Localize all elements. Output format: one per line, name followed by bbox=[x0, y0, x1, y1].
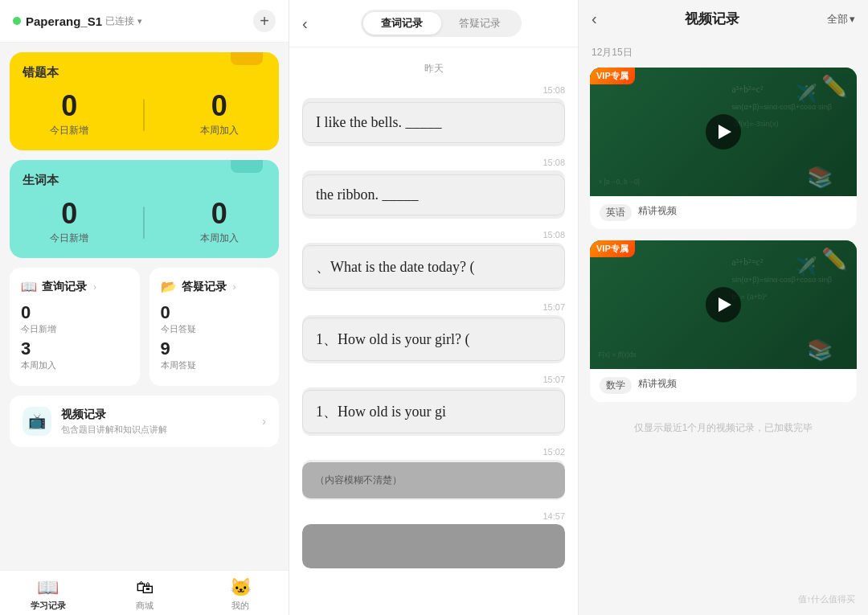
filter-label: 全部 bbox=[827, 12, 848, 27]
chat-item-3: 15:08 、What is the date today? ( bbox=[289, 230, 578, 291]
answer-record-card[interactable]: 📂 答疑记录 › 0 今日答疑 9 本周答疑 bbox=[149, 268, 280, 386]
device-dropdown-icon[interactable]: ▾ bbox=[137, 16, 142, 27]
query-record-card[interactable]: 📖 查询记录 › 0 今日新增 3 本周加入 bbox=[10, 268, 140, 386]
answer-week-count: 9 bbox=[161, 338, 268, 359]
left-header: Paperang_S1 已连接 ▾ + bbox=[0, 0, 289, 43]
chat-image-content-4: 1、How old is your girl? ( bbox=[302, 318, 565, 361]
chat-image-2[interactable]: the ribbon. _____ bbox=[302, 170, 565, 219]
video-date-label: 12月15日 bbox=[592, 46, 857, 59]
vip-badge-1: VIP专属 bbox=[590, 68, 635, 84]
mistake-today-count: 0 bbox=[61, 92, 77, 121]
pencil-icon-1: ✏️ bbox=[821, 74, 847, 99]
app-layout: Paperang_S1 已连接 ▾ + 错题本 0 今日新增 0 本周加入 bbox=[0, 0, 868, 615]
video-thumbnail-1: a²+b²=c² sin(α+β)=sinα·cosβ+cosα·sinβ -3… bbox=[590, 68, 857, 196]
filter-chevron-icon: ▾ bbox=[850, 13, 855, 25]
video-subject-2: 数学 bbox=[600, 377, 632, 394]
vocab-week-label: 本周加入 bbox=[200, 232, 239, 245]
query-record-title: 查询记录 bbox=[42, 280, 87, 294]
query-record-header: 📖 查询记录 › bbox=[21, 279, 129, 294]
pencil-icon-2: ✏️ bbox=[821, 247, 847, 272]
records-row: 📖 查询记录 › 0 今日新增 3 本周加入 bbox=[10, 268, 279, 386]
mistake-today-label: 今日新增 bbox=[50, 124, 88, 137]
mistake-book-card: 错题本 0 今日新增 0 本周加入 bbox=[10, 52, 279, 150]
chat-item-2: 15:08 the ribbon. _____ bbox=[289, 158, 578, 219]
video-type-1: 精讲视频 bbox=[638, 204, 677, 221]
middle-header: ‹ 查词记录 答疑记录 bbox=[289, 0, 578, 47]
device-name: Paperang_S1 bbox=[26, 14, 102, 28]
right-panel: ‹ 视频记录 全部 ▾ 12月15日 a²+b²=c² sin(α+β)=sin… bbox=[579, 0, 868, 615]
middle-back-button[interactable]: ‹ bbox=[302, 14, 308, 33]
video-record-title: 视频记录 bbox=[61, 408, 262, 422]
video-record-chevron: › bbox=[262, 415, 266, 428]
chat-item-4: 15:07 1、How old is your girl? ( bbox=[289, 302, 578, 363]
svg-text:a²+b²=c²: a²+b²=c² bbox=[731, 257, 764, 267]
chat-image-6[interactable]: （内容模糊不清楚） bbox=[302, 460, 565, 500]
vocab-week-count: 0 bbox=[211, 199, 227, 228]
chat-image-content-2: the ribbon. _____ bbox=[302, 174, 565, 215]
video-card-info-2: 数学 精讲视频 bbox=[590, 369, 857, 402]
query-record-chevron: › bbox=[93, 281, 96, 293]
chat-image-4[interactable]: 1、How old is your girl? ( bbox=[302, 315, 565, 363]
chat-time-3: 15:08 bbox=[302, 230, 565, 240]
tab-query-records[interactable]: 查词记录 bbox=[363, 12, 441, 35]
chat-image-content-3: 、What is the date today? ( bbox=[302, 245, 565, 289]
tab-answer-records[interactable]: 答疑记录 bbox=[441, 12, 519, 35]
chat-image-content-1: I like the bells. _____ bbox=[302, 102, 565, 143]
play-button-1[interactable] bbox=[706, 114, 741, 150]
video-type-2: 精讲视频 bbox=[638, 377, 677, 394]
answer-week-label: 本周答疑 bbox=[161, 359, 268, 371]
nav-item-study[interactable]: 📖 学习记录 bbox=[0, 577, 96, 612]
mistake-today-stat: 0 今日新增 bbox=[50, 92, 88, 137]
study-nav-label: 学习记录 bbox=[31, 600, 66, 612]
chat-item-1: 15:08 I like the bells. _____ bbox=[289, 85, 578, 146]
chat-image-5[interactable]: 1、How old is your gi bbox=[302, 387, 565, 436]
vocab-today-count: 0 bbox=[61, 199, 77, 228]
video-card-2[interactable]: a²+b²=c² sin(α+β)=sinα·cosβ+cosα·sinβ b²… bbox=[590, 240, 857, 402]
svg-text:a²+b²=c²: a²+b²=c² bbox=[731, 84, 764, 94]
chat-image-content-5: 1、How old is your gi bbox=[302, 390, 565, 433]
left-content: 错题本 0 今日新增 0 本周加入 生词本 bbox=[0, 43, 289, 570]
video-thumbnail-2: a²+b²=c² sin(α+β)=sinα·cosβ+cosα·sinβ b²… bbox=[590, 240, 857, 369]
add-button[interactable]: + bbox=[253, 10, 276, 32]
vocab-book-stats: 0 今日新增 0 本周加入 bbox=[23, 199, 266, 245]
vocab-today-label: 今日新增 bbox=[50, 232, 88, 245]
play-triangle-1 bbox=[719, 125, 731, 139]
query-week-label: 本周加入 bbox=[21, 359, 129, 371]
play-triangle-2 bbox=[719, 297, 731, 312]
nav-item-shop[interactable]: 🛍 商城 bbox=[96, 577, 193, 612]
answer-week-stat: 9 本周答疑 bbox=[161, 338, 268, 371]
tab-group: 查词记录 答疑记录 bbox=[361, 10, 522, 37]
shop-nav-label: 商城 bbox=[136, 600, 154, 612]
right-header: ‹ 视频记录 全部 ▾ bbox=[579, 0, 868, 38]
connection-dot bbox=[13, 17, 21, 25]
chat-time-7: 14:57 bbox=[302, 511, 565, 521]
video-record-card[interactable]: 📺 视频记录 包含题目讲解和知识点讲解 › bbox=[10, 396, 279, 447]
chat-time-6: 15:02 bbox=[302, 447, 565, 457]
date-label: 昨天 bbox=[289, 62, 578, 76]
bottom-nav: 📖 学习记录 🛍 商城 🐱 我的 bbox=[0, 570, 289, 615]
chat-image-content-7 bbox=[302, 524, 565, 568]
vip-badge-2: VIP专属 bbox=[590, 240, 635, 257]
answer-record-icon: 📂 bbox=[161, 279, 177, 294]
query-week-stat: 3 本周加入 bbox=[21, 338, 129, 371]
right-filter-button[interactable]: 全部 ▾ bbox=[827, 12, 855, 27]
nav-item-mine[interactable]: 🐱 我的 bbox=[192, 577, 289, 612]
chat-image-7[interactable] bbox=[302, 524, 565, 568]
video-card-1[interactable]: a²+b²=c² sin(α+β)=sinα·cosβ+cosα·sinβ -3… bbox=[590, 68, 857, 229]
svg-text:sin(α+β)=sinα·cosβ+cosα·sinβ: sin(α+β)=sinα·cosβ+cosα·sinβ bbox=[731, 103, 832, 111]
video-record-icon: 📺 bbox=[23, 407, 51, 436]
chat-image-3[interactable]: 、What is the date today? ( bbox=[302, 243, 565, 291]
stat-divider-2 bbox=[143, 207, 145, 239]
right-back-button[interactable]: ‹ bbox=[592, 10, 597, 28]
chat-time-1: 15:08 bbox=[302, 85, 565, 95]
answer-record-header: 📂 答疑记录 › bbox=[161, 279, 268, 294]
paper-plane-icon-1: ✈️ bbox=[795, 84, 817, 105]
vocab-today-stat: 0 今日新增 bbox=[50, 199, 88, 245]
answer-record-title: 答疑记录 bbox=[182, 280, 227, 294]
svg-text:F(x) = ∫f(x)dx: F(x) = ∫f(x)dx bbox=[598, 351, 637, 359]
play-button-2[interactable] bbox=[706, 287, 741, 322]
chat-image-1[interactable]: I like the bells. _____ bbox=[302, 98, 565, 146]
query-today-count: 0 bbox=[21, 302, 129, 323]
answer-record-chevron: › bbox=[233, 281, 236, 293]
shop-nav-icon: 🛍 bbox=[136, 577, 154, 598]
